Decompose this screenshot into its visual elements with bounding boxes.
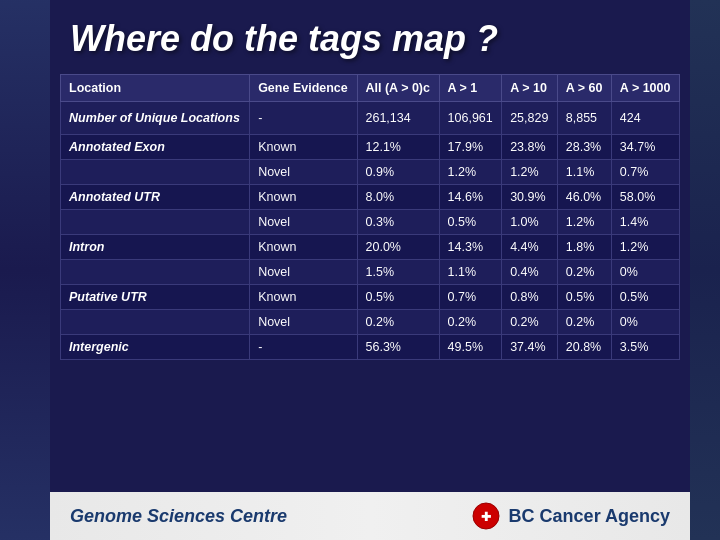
cell-location-4 xyxy=(61,210,250,235)
cell-a60-2: 1.1% xyxy=(557,160,611,185)
gsc-logo: Genome Sciences Centre xyxy=(70,506,287,527)
bc-cancer-label: BC Cancer Agency xyxy=(509,506,670,527)
svg-text:✚: ✚ xyxy=(481,510,491,524)
cell-a60-0: 8,855 xyxy=(557,102,611,135)
cell-a1000-7: 0.5% xyxy=(611,285,679,310)
cell-a1000-6: 0% xyxy=(611,260,679,285)
cell-all-7: 0.5% xyxy=(357,285,439,310)
cell-a1-7: 0.7% xyxy=(439,285,502,310)
cell-a60-5: 1.8% xyxy=(557,235,611,260)
table-row: Putative UTR Known 0.5% 0.7% 0.8% 0.5% 0… xyxy=(61,285,680,310)
cell-a1000-4: 1.4% xyxy=(611,210,679,235)
cell-a60-8: 0.2% xyxy=(557,310,611,335)
col-header-a1000: A > 1000 xyxy=(611,75,679,102)
cell-a1000-1: 34.7% xyxy=(611,135,679,160)
main-container: Where do the tags map ? Location Gene Ev… xyxy=(50,0,690,540)
cell-location-6 xyxy=(61,260,250,285)
table-row: Annotated Exon Known 12.1% 17.9% 23.8% 2… xyxy=(61,135,680,160)
cell-all-9: 56.3% xyxy=(357,335,439,360)
table-row: Novel 0.2% 0.2% 0.2% 0.2% 0% xyxy=(61,310,680,335)
cell-ge-2: Novel xyxy=(250,160,357,185)
cell-ge-8: Novel xyxy=(250,310,357,335)
cell-location-2 xyxy=(61,160,250,185)
cell-ge-0: - xyxy=(250,102,357,135)
table-header-row: Location Gene Evidence All (A > 0)c A > … xyxy=(61,75,680,102)
table-row: Intergenic - 56.3% 49.5% 37.4% 20.8% 3.5… xyxy=(61,335,680,360)
cell-ge-6: Novel xyxy=(250,260,357,285)
bc-cancer-logo: ✚ BC Cancer Agency xyxy=(471,501,670,531)
gsc-label: Genome Sciences Centre xyxy=(70,506,287,527)
cell-a10-1: 23.8% xyxy=(502,135,558,160)
cell-a10-5: 4.4% xyxy=(502,235,558,260)
cell-a1-3: 14.6% xyxy=(439,185,502,210)
table-row: Novel 1.5% 1.1% 0.4% 0.2% 0% xyxy=(61,260,680,285)
page-title: Where do the tags map ? xyxy=(70,18,498,59)
cell-location-7: Putative UTR xyxy=(61,285,250,310)
cell-a1000-2: 0.7% xyxy=(611,160,679,185)
cell-a60-7: 0.5% xyxy=(557,285,611,310)
cell-a10-9: 37.4% xyxy=(502,335,558,360)
table-row: Annotated UTR Known 8.0% 14.6% 30.9% 46.… xyxy=(61,185,680,210)
cell-a10-8: 0.2% xyxy=(502,310,558,335)
cell-a1-2: 1.2% xyxy=(439,160,502,185)
cell-ge-5: Known xyxy=(250,235,357,260)
cell-all-1: 12.1% xyxy=(357,135,439,160)
cell-ge-7: Known xyxy=(250,285,357,310)
cell-a10-6: 0.4% xyxy=(502,260,558,285)
cell-a1000-0: 424 xyxy=(611,102,679,135)
col-header-a60: A > 60 xyxy=(557,75,611,102)
cell-location-3: Annotated UTR xyxy=(61,185,250,210)
cell-all-4: 0.3% xyxy=(357,210,439,235)
cell-a1-8: 0.2% xyxy=(439,310,502,335)
table-row: Novel 0.3% 0.5% 1.0% 1.2% 1.4% xyxy=(61,210,680,235)
cell-location-9: Intergenic xyxy=(61,335,250,360)
cell-location-5: Intron xyxy=(61,235,250,260)
cell-ge-9: - xyxy=(250,335,357,360)
col-header-a1: A > 1 xyxy=(439,75,502,102)
cell-a1000-5: 1.2% xyxy=(611,235,679,260)
cell-ge-3: Known xyxy=(250,185,357,210)
footer-bar: Genome Sciences Centre ✚ BC Cancer Agenc… xyxy=(50,492,690,540)
cell-all-8: 0.2% xyxy=(357,310,439,335)
dna-background-left xyxy=(0,0,50,540)
cell-a60-3: 46.0% xyxy=(557,185,611,210)
cell-a60-1: 28.3% xyxy=(557,135,611,160)
table-row: Intron Known 20.0% 14.3% 4.4% 1.8% 1.2% xyxy=(61,235,680,260)
table-row: Novel 0.9% 1.2% 1.2% 1.1% 0.7% xyxy=(61,160,680,185)
col-header-gene-evidence: Gene Evidence xyxy=(250,75,357,102)
data-table: Location Gene Evidence All (A > 0)c A > … xyxy=(60,74,680,360)
cell-all-5: 20.0% xyxy=(357,235,439,260)
cell-location-0: Number of Unique Locations xyxy=(61,102,250,135)
cell-a1-9: 49.5% xyxy=(439,335,502,360)
cell-a1-0: 106,961 xyxy=(439,102,502,135)
cell-a10-2: 1.2% xyxy=(502,160,558,185)
cell-a1-6: 1.1% xyxy=(439,260,502,285)
cell-location-1: Annotated Exon xyxy=(61,135,250,160)
cell-a10-3: 30.9% xyxy=(502,185,558,210)
cell-a1-1: 17.9% xyxy=(439,135,502,160)
table-container: Location Gene Evidence All (A > 0)c A > … xyxy=(50,74,690,492)
cell-a60-6: 0.2% xyxy=(557,260,611,285)
cell-a1-4: 0.5% xyxy=(439,210,502,235)
cell-a1000-8: 0% xyxy=(611,310,679,335)
cell-location-8 xyxy=(61,310,250,335)
col-header-all: All (A > 0)c xyxy=(357,75,439,102)
cell-a10-0: 25,829 xyxy=(502,102,558,135)
cell-all-3: 8.0% xyxy=(357,185,439,210)
cell-a10-4: 1.0% xyxy=(502,210,558,235)
col-header-location: Location xyxy=(61,75,250,102)
cell-all-2: 0.9% xyxy=(357,160,439,185)
cell-a60-4: 1.2% xyxy=(557,210,611,235)
cell-a10-7: 0.8% xyxy=(502,285,558,310)
cell-all-6: 1.5% xyxy=(357,260,439,285)
cell-a1-5: 14.3% xyxy=(439,235,502,260)
table-row: Number of Unique Locations - 261,134 106… xyxy=(61,102,680,135)
cell-a1000-3: 58.0% xyxy=(611,185,679,210)
cell-ge-1: Known xyxy=(250,135,357,160)
cell-ge-4: Novel xyxy=(250,210,357,235)
dna-background-right xyxy=(690,0,720,540)
bc-logo-icon: ✚ xyxy=(471,501,501,531)
title-area: Where do the tags map ? xyxy=(50,0,690,74)
cell-all-0: 261,134 xyxy=(357,102,439,135)
col-header-a10: A > 10 xyxy=(502,75,558,102)
